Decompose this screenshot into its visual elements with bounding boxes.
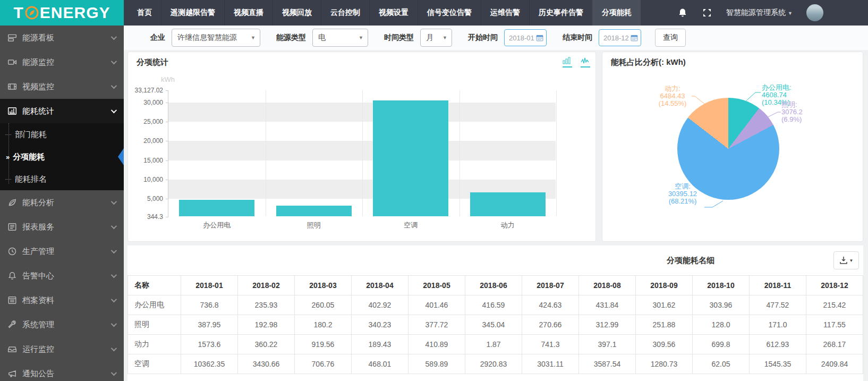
report-icon xyxy=(7,222,17,232)
nav-item[interactable]: 分项能耗 xyxy=(592,0,641,26)
sidebar-item-告警中心[interactable]: 告警中心 xyxy=(0,264,124,288)
pie-chart-panel: 能耗占比分析(: kWh) 办公用电:4608.74(10.34%)照明:307… xyxy=(602,52,863,242)
sidebar-item-档案资料[interactable]: 档案资料 xyxy=(0,288,124,312)
sidebar-item-label: 运行监控 xyxy=(22,344,54,354)
chart-bar-办公用电[interactable] xyxy=(179,200,254,216)
chevron-down-icon xyxy=(111,345,117,351)
table-column-header: 2018-01 xyxy=(181,276,238,295)
y-axis-tick-label: 344.3 xyxy=(147,213,163,221)
end-time-label: 结束时间 xyxy=(563,33,592,43)
query-button[interactable]: 查询 xyxy=(655,29,686,47)
x-axis-category-label: 空调 xyxy=(404,221,418,230)
avatar[interactable] xyxy=(806,4,823,21)
sidebar-item-能源监控[interactable]: 能源监控 xyxy=(0,50,124,74)
wrench-icon xyxy=(7,320,17,329)
logo-text-suffix: ENERGY xyxy=(40,4,110,22)
sidebar-item-系统管理[interactable]: 系统管理 xyxy=(0,312,124,337)
sidebar-item-报表服务[interactable]: 报表服务 xyxy=(0,215,124,239)
value-cell: 345.04 xyxy=(465,315,522,335)
nav-item[interactable]: 历史事件告警 xyxy=(529,0,592,26)
sidebar-subitem-部门能耗[interactable]: 部门能耗 xyxy=(0,123,124,146)
enterprise-select[interactable]: 许继信息智慧能源 ▼ xyxy=(172,29,260,47)
sidebar-item-能源看板[interactable]: 能源看板 xyxy=(0,26,124,50)
bar-chart-type-icon[interactable] xyxy=(563,57,572,67)
chart-bar-照明[interactable] xyxy=(276,206,352,216)
nav-item[interactable]: 运维告警 xyxy=(481,0,529,26)
value-cell: 3587.54 xyxy=(579,354,636,374)
sidebar-subitem-分项能耗[interactable]: »分项能耗 xyxy=(0,146,124,168)
end-time-value: 2018-12 xyxy=(603,34,629,42)
chart-bar-动力[interactable] xyxy=(470,192,546,216)
chart-bar-空调[interactable] xyxy=(373,100,448,216)
table-row-办公用电: 办公用电736.8235.93260.05402.92401.46416.594… xyxy=(128,295,863,315)
value-cell: 741.3 xyxy=(522,335,579,354)
value-cell: 397.1 xyxy=(579,335,636,354)
sidebar-item-label: 能耗统计 xyxy=(22,106,54,116)
y-axis-tick-label: 15,000 xyxy=(143,157,163,164)
value-cell: 612.93 xyxy=(750,335,806,354)
value-cell: 377.72 xyxy=(409,315,465,335)
table-column-header: 2018-07 xyxy=(522,276,579,295)
table-column-header: 2018-03 xyxy=(295,276,352,295)
time-type-select[interactable]: 月 ▼ xyxy=(420,29,452,47)
enterprise-value: 许继信息智慧能源 xyxy=(177,33,237,43)
table-column-header: 2018-06 xyxy=(465,276,522,295)
line-chart-type-icon[interactable] xyxy=(581,57,590,67)
nav-item[interactable]: 视频直播 xyxy=(224,0,273,26)
table-column-header: 2018-04 xyxy=(352,276,409,295)
sidebar-subitem-能耗排名[interactable]: 能耗排名 xyxy=(0,168,124,190)
charts-row: 分项统计 kWh 33,127.0230,00025,00020,00015,0… xyxy=(127,52,863,242)
nav-item[interactable]: 首页 xyxy=(128,0,161,26)
sidebar-item-能耗分析[interactable]: 能耗分析 xyxy=(0,190,124,215)
top-header: T ENERGY 首页遥测越限告警视频直播视频回放云台控制视频设置信号变位告警运… xyxy=(0,0,868,26)
table-column-header: 2018-08 xyxy=(579,276,636,295)
chevron-down-icon: ▼ xyxy=(849,258,854,263)
nav-item[interactable]: 云台控制 xyxy=(321,0,369,26)
sidebar-item-视频监控[interactable]: 视频监控 xyxy=(0,74,124,99)
value-cell: 128.0 xyxy=(693,315,750,335)
x-axis-category-label: 办公用电 xyxy=(203,221,231,230)
table-column-header: 名称 xyxy=(128,276,181,295)
value-cell: 468.01 xyxy=(352,354,409,374)
nav-item[interactable]: 遥测越限告警 xyxy=(161,0,224,26)
start-time-input[interactable]: 2018-01 xyxy=(504,29,547,46)
submenu: 部门能耗»分项能耗能耗排名 xyxy=(0,123,124,190)
sidebar-item-生产管理[interactable]: 生产管理 xyxy=(0,239,124,264)
sidebar-item-label: 能源看板 xyxy=(22,33,54,43)
y-axis-tick-mark xyxy=(166,141,168,141)
table-column-header: 2018-05 xyxy=(409,276,465,295)
system-name[interactable]: 智慧能源管理系统▼ xyxy=(726,8,793,18)
energy-type-select[interactable]: 电 ▼ xyxy=(312,29,368,47)
nav-item[interactable]: 视频回放 xyxy=(273,0,321,26)
value-cell: 268.17 xyxy=(806,335,863,354)
pie-label-照明: 照明:3076.2(6.9%) xyxy=(781,101,803,123)
value-cell: 192.98 xyxy=(238,315,295,335)
value-cell: 2409.84 xyxy=(806,354,863,374)
table-card: 分项能耗名细 ▼ 名称2018-012018-022018-032018-042… xyxy=(127,245,863,381)
value-cell: 360.22 xyxy=(238,335,295,354)
time-type-value: 月 xyxy=(426,33,433,43)
bell-icon[interactable] xyxy=(677,7,688,18)
y-axis-tick-mark xyxy=(166,160,168,161)
sidebar-item-label: 档案资料 xyxy=(22,295,54,306)
sidebar-item-能耗统计[interactable]: 能耗统计 xyxy=(0,99,124,123)
energy-data-table: 名称2018-012018-022018-032018-042018-05201… xyxy=(127,275,863,374)
x-axis-category-label: 动力 xyxy=(501,221,515,230)
table-column-header: 2018-10 xyxy=(693,276,750,295)
y-axis-tick-label: 30,000 xyxy=(143,99,163,106)
sidebar-item-通知公告[interactable]: 通知公告 xyxy=(0,361,124,381)
fullscreen-icon[interactable] xyxy=(702,7,712,18)
nav-item[interactable]: 视频设置 xyxy=(369,0,418,26)
sidebar-item-运行监控[interactable]: 运行监控 xyxy=(0,337,124,361)
enterprise-label: 企业 xyxy=(150,33,165,43)
table-header-row: 分项能耗名细 ▼ xyxy=(127,245,863,275)
end-time-input[interactable]: 2018-12 xyxy=(599,29,641,46)
chevron-down-icon: ▼ xyxy=(442,35,447,40)
y-axis-unit: kWh xyxy=(161,75,175,83)
y-axis-tick-mark xyxy=(166,199,168,199)
nav-item[interactable]: 信号变位告警 xyxy=(418,0,481,26)
export-button[interactable]: ▼ xyxy=(833,251,859,269)
value-cell: 919.56 xyxy=(295,335,352,354)
table-column-header: 2018-02 xyxy=(238,276,295,295)
value-cell: 416.59 xyxy=(465,295,522,315)
